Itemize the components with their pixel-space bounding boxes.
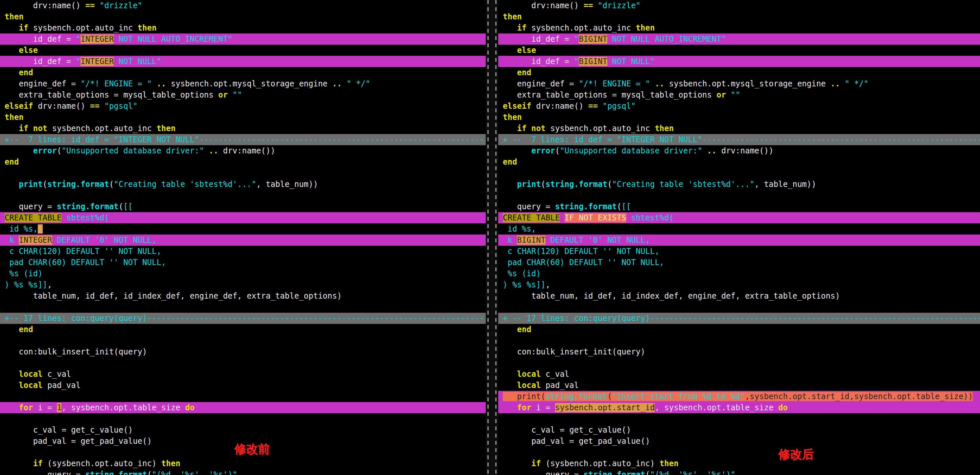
- code-line[interactable]: then: [0, 112, 486, 123]
- code-line[interactable]: [0, 391, 486, 402]
- code-line[interactable]: if not sysbench.opt.auto_inc then: [0, 123, 486, 134]
- code-line[interactable]: c CHAR(120) DEFAULT '' NOT NULL,: [498, 246, 980, 257]
- code-line[interactable]: then: [0, 11, 486, 22]
- code-line[interactable]: end: [0, 156, 486, 168]
- code-line[interactable]: id_def = "BIGINT NOT NULL": [498, 56, 980, 67]
- code-line[interactable]: if (sysbench.opt.auto_inc) then: [498, 458, 980, 469]
- code-line[interactable]: print(string.format("Creating table 'sbt…: [498, 179, 980, 190]
- code-line[interactable]: [498, 357, 980, 369]
- code-segment: if: [33, 459, 43, 468]
- code-line[interactable]: query = string.format("(%d, '%s', '%s')"…: [0, 469, 486, 475]
- code-line[interactable]: k INTEGER DEFAULT '0' NOT NULL,: [0, 235, 486, 246]
- code-line[interactable]: [498, 413, 980, 424]
- code-segment: end: [517, 325, 531, 334]
- code-line[interactable]: table_num, id_def, id_index_def, engine_…: [498, 291, 980, 302]
- fold-line[interactable]: +-- 17 lines: con:query(query)----------…: [0, 313, 486, 324]
- left-pane[interactable]: drv:name() == "drizzle"then if sysbench.…: [0, 0, 486, 475]
- code-line[interactable]: end: [498, 156, 980, 168]
- code-line[interactable]: local c_val: [498, 369, 980, 380]
- code-line[interactable]: %s (id): [0, 268, 486, 279]
- code-segment: [593, 1, 598, 10]
- code-line[interactable]: id %s,: [498, 223, 980, 235]
- code-line[interactable]: CREATE TABLE sbtest%d(: [0, 212, 486, 223]
- code-segment: string.format: [584, 470, 646, 475]
- code-segment: "Creating table 'sbtest%d'...": [612, 180, 754, 189]
- code-line[interactable]: extra_table_options = mysql_table_option…: [498, 89, 980, 100]
- code-line[interactable]: [498, 447, 980, 458]
- code-line[interactable]: then: [498, 112, 980, 123]
- code-line[interactable]: id_def = "INTEGER NOT NULL AUTO_INCREMEN…: [0, 33, 486, 44]
- code-line[interactable]: if sysbench.opt.auto_inc then: [0, 22, 486, 33]
- code-line[interactable]: else: [498, 44, 980, 56]
- code-line[interactable]: pad CHAR(60) DEFAULT '' NOT NULL,: [0, 257, 486, 268]
- code-line[interactable]: c_val = get_c_value(): [498, 424, 980, 435]
- code-segment: else: [19, 46, 38, 55]
- code-line[interactable]: elseif drv:name() == "pgsql": [0, 100, 486, 112]
- code-line[interactable]: con:bulk_insert_init(query): [498, 346, 980, 357]
- code-line[interactable]: error("Unsupported database driver:" .. …: [0, 145, 486, 156]
- code-line[interactable]: ) %s %s]],: [498, 279, 980, 291]
- code-line[interactable]: con:bulk_insert_init(query): [0, 346, 486, 357]
- code-line[interactable]: end: [498, 324, 980, 335]
- code-segment: INTEGER: [81, 57, 114, 66]
- code-line[interactable]: [498, 190, 980, 201]
- code-line[interactable]: CREATE TABLE IF NOT EXISTS sbtest%d(: [498, 212, 980, 223]
- code-line[interactable]: pad CHAR(60) DEFAULT '' NOT NULL,: [498, 257, 980, 268]
- code-segment: c CHAR(120) DEFAULT '' NOT NULL,: [5, 247, 161, 256]
- right-pane[interactable]: drv:name() == "drizzle"then if sysbench.…: [498, 0, 980, 475]
- pane-divider[interactable]: [486, 0, 498, 475]
- code-line[interactable]: for i = sysbench.opt.start_id, sysbench.…: [498, 402, 980, 413]
- code-line[interactable]: [0, 302, 486, 313]
- code-line[interactable]: print(string.format("Creating table 'sbt…: [0, 179, 486, 190]
- code-line[interactable]: engine_def = "/*! ENGINE = " .. sysbench…: [0, 78, 486, 89]
- code-line[interactable]: query = string.format("(%d, '%s', '%s')"…: [498, 469, 980, 475]
- code-line[interactable]: extra_table_options = mysql_table_option…: [0, 89, 486, 100]
- code-segment: ) %s %s]]: [503, 280, 546, 289]
- code-segment: %s (id): [5, 269, 43, 278]
- code-line[interactable]: drv:name() == "drizzle": [498, 0, 980, 11]
- fold-line[interactable]: +-- 7 lines: id_def = "INTEGER NOT NULL"…: [0, 134, 486, 145]
- code-line[interactable]: if sysbench.opt.auto_inc then: [498, 22, 980, 33]
- code-line[interactable]: drv:name() == "drizzle": [0, 0, 486, 11]
- code-line[interactable]: id_def = "INTEGER NOT NULL": [0, 56, 486, 67]
- code-segment: pad CHAR(60) DEFAULT '' NOT NULL,: [5, 258, 166, 267]
- code-line[interactable]: [498, 168, 980, 179]
- code-line[interactable]: end: [0, 67, 486, 78]
- code-line[interactable]: id_def = "BIGINT NOT NULL AUTO_INCREMENT…: [498, 33, 980, 44]
- code-line[interactable]: k BIGINT DEFAULT '0' NOT NULL,: [498, 235, 980, 246]
- fold-line[interactable]: + -- 7 lines: id_def = "INTEGER NOT NULL…: [498, 134, 980, 145]
- code-line[interactable]: query = string.format([[: [0, 201, 486, 212]
- code-line[interactable]: local c_val: [0, 369, 486, 380]
- code-line[interactable]: elseif drv:name() == "pgsql": [498, 100, 980, 112]
- code-line[interactable]: query = string.format([[: [498, 201, 980, 212]
- code-line[interactable]: then: [498, 11, 980, 22]
- code-line[interactable]: ) %s %s]],: [0, 279, 486, 291]
- code-line[interactable]: if not sysbench.opt.auto_inc then: [498, 123, 980, 134]
- code-line[interactable]: [0, 413, 486, 424]
- code-line[interactable]: [0, 168, 486, 179]
- code-line[interactable]: [0, 357, 486, 369]
- code-line[interactable]: id %s,: [0, 223, 486, 235]
- code-line[interactable]: error("Unsupported database driver:" .. …: [498, 145, 980, 156]
- code-line[interactable]: table_num, id_def, id_index_def, engine_…: [0, 291, 486, 302]
- code-line[interactable]: [498, 335, 980, 346]
- code-line[interactable]: end: [498, 67, 980, 78]
- code-segment: for: [19, 403, 33, 412]
- code-segment: drv:name(): [33, 102, 90, 111]
- fold-line[interactable]: + -- 17 lines: con:query(query)---------…: [498, 313, 980, 324]
- code-line[interactable]: else: [0, 44, 486, 56]
- code-line[interactable]: print(string.format("Insert start from %…: [498, 391, 980, 402]
- code-line[interactable]: engine_def = "/*! ENGINE = " .. sysbench…: [498, 78, 980, 89]
- code-line[interactable]: for i = 1, sysbench.opt.table_size do: [0, 402, 486, 413]
- code-line[interactable]: [0, 335, 486, 346]
- code-line[interactable]: if (sysbench.opt.auto_inc) then: [0, 458, 486, 469]
- code-line[interactable]: [0, 190, 486, 201]
- code-line[interactable]: c_val = get_c_value(): [0, 424, 486, 435]
- code-line[interactable]: pad_val = get_pad_value(): [498, 435, 980, 447]
- code-line[interactable]: end: [0, 324, 486, 335]
- code-line[interactable]: local pad_val: [498, 380, 980, 391]
- code-line[interactable]: local pad_val: [0, 380, 486, 391]
- code-line[interactable]: c CHAR(120) DEFAULT '' NOT NULL,: [0, 246, 486, 257]
- code-line[interactable]: [498, 302, 980, 313]
- code-line[interactable]: %s (id): [498, 268, 980, 279]
